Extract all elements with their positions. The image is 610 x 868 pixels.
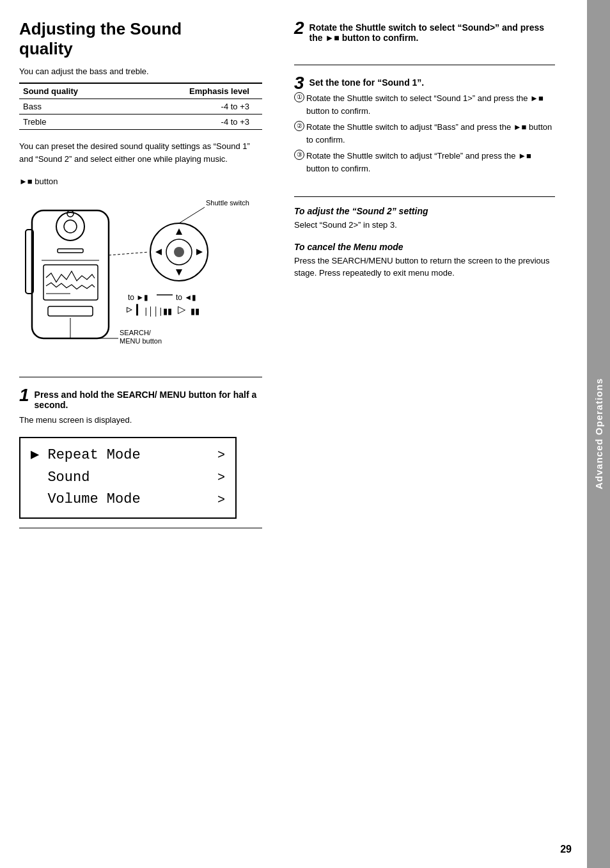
col2-header: Emphasis level [129, 83, 262, 99]
svg-text:▮▮: ▮▮ [163, 306, 172, 316]
svg-point-3 [64, 220, 77, 233]
step1-number: 1 [19, 386, 29, 404]
svg-marker-14 [155, 249, 162, 255]
step1-block: 1 Press and hold the SEARCH/ MENU button… [19, 386, 262, 427]
subsection2-body: Press the SEARCH/MENU button to return t… [294, 255, 555, 280]
sidebar: Advanced Operations [587, 0, 610, 868]
subsection2-title: To cancel the Menu mode [294, 242, 555, 252]
menu-item: Sound> [31, 467, 225, 489]
page-number: 29 [560, 844, 572, 855]
svg-line-17 [179, 207, 205, 223]
svg-text:Shuttle switch: Shuttle switch [206, 199, 249, 207]
col1-header: Sound quality [19, 83, 129, 99]
menu-item: ▶ Repeat Mode> [31, 445, 225, 467]
sub-step: ③Rotate the Shuttle switch to adjust “Tr… [294, 150, 555, 175]
svg-text:to ►▮: to ►▮ [128, 293, 148, 302]
svg-marker-13 [176, 269, 182, 276]
step3-heading: Set the tone for “Sound 1”. [309, 74, 555, 88]
svg-text:to ◄▮: to ◄▮ [176, 293, 196, 302]
sound-table: Sound quality Emphasis level Bass-4 to +… [19, 83, 262, 130]
svg-text:▹❙: ▹❙ [127, 303, 142, 316]
device-svg: Shuttle switch to ►▮ to ◄▮ ▹❙ ∣││∣ ▮▮ ▷ … [19, 191, 256, 364]
menu-item: Volume Mode> [31, 489, 225, 511]
step2-divider [294, 65, 555, 65]
svg-text:▷: ▷ [178, 304, 186, 315]
svg-text:∣││∣: ∣││∣ [144, 306, 163, 317]
step1-body: The menu screen is displayed. [19, 414, 262, 427]
svg-point-4 [67, 210, 74, 217]
svg-rect-7 [43, 265, 98, 300]
intro-text: You can adjust the bass and treble. [19, 67, 262, 76]
svg-rect-9 [48, 306, 93, 316]
step3-body: ①Rotate the Shuttle switch to select “So… [294, 92, 555, 175]
table-row: -4 to +3 [129, 99, 262, 114]
sub-step: ①Rotate the Shuttle switch to select “So… [294, 92, 555, 117]
left-bottom-divider [19, 528, 262, 528]
svg-marker-12 [176, 228, 182, 235]
step2-block: 2 Rotate the Shuttle switch to select “S… [294, 19, 555, 56]
svg-text:SEARCH/: SEARCH/ [120, 329, 152, 336]
sub-step: ②Rotate the Shuttle switch to adjust “Ba… [294, 121, 555, 146]
subsection2: To cancel the Menu mode Press the SEARCH… [294, 242, 555, 280]
svg-rect-5 [58, 249, 83, 253]
subsection1: To adjust the “Sound 2” setting Select “… [294, 206, 555, 232]
menu-screen: ▶ Repeat Mode> Sound> Volume Mode> [19, 437, 237, 519]
main-content: Adjusting the Sound quality You can adju… [0, 0, 587, 868]
svg-text:▮▮: ▮▮ [191, 306, 199, 316]
step1-divider [19, 377, 262, 377]
subsection1-title: To adjust the “Sound 2” setting [294, 206, 555, 216]
button-label: ►■ button [19, 177, 262, 186]
table-row: Bass [19, 99, 129, 114]
step2-number: 2 [294, 19, 304, 37]
table-row: -4 to +3 [129, 114, 262, 130]
step3-divider [294, 196, 555, 197]
table-row: Treble [19, 114, 129, 130]
step3-block: 3 Set the tone for “Sound 1”. ①Rotate th… [294, 74, 555, 187]
step2-heading: Rotate the Shuttle switch to select “Sou… [309, 19, 555, 43]
right-column: 2 Rotate the Shuttle switch to select “S… [281, 19, 555, 849]
page-container: Advanced Operations Adjusting the Sound … [0, 0, 610, 868]
svg-point-16 [174, 247, 184, 257]
preset-text: You can preset the desired sound quality… [19, 140, 262, 165]
svg-marker-15 [196, 249, 203, 255]
left-column: Adjusting the Sound quality You can adju… [19, 19, 281, 849]
step3-number: 3 [294, 74, 304, 92]
subsection1-body: Select “Sound 2>” in step 3. [294, 219, 555, 232]
svg-line-27 [109, 252, 149, 255]
sidebar-label: Advanced Operations [593, 378, 604, 489]
svg-text:MENU button: MENU button [120, 337, 162, 345]
page-title: Adjusting the Sound quality [19, 19, 262, 59]
device-diagram: Shuttle switch to ►▮ to ◄▮ ▹❙ ∣││∣ ▮▮ ▷ … [19, 191, 256, 364]
step1-heading: Press and hold the SEARCH/ MENU button f… [35, 386, 262, 410]
